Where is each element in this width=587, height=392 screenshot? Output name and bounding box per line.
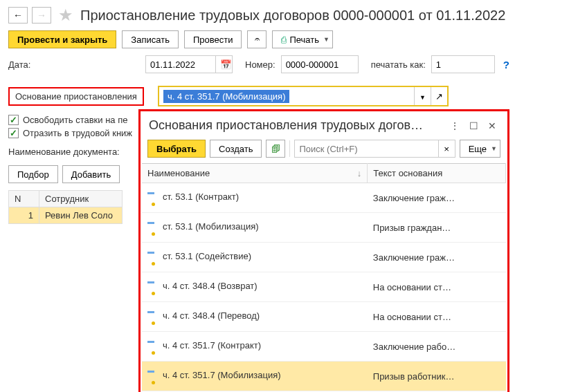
popup-cell-text: Призыв работник… [368,362,506,391]
print-icon: ⎙ [281,35,287,45]
nav-back-button[interactable]: ← [8,7,28,24]
popup-search-wrap: × [294,140,455,158]
popup-cell-text: На основании ст… [368,302,506,332]
popup-cell-name: ст. 53.1 (Мобилизация) [142,213,368,243]
copy-green-icon: 🗐 [271,144,280,154]
favorite-star-icon[interactable]: ★ [58,6,73,25]
cell-n: 1 [9,207,39,224]
ref-icon [147,336,159,357]
basis-selected-value: ч. 4 ст. 351.7 (Мобилизация) [159,87,414,105]
popup-more-label: Еще [469,144,487,154]
paperclip-icon: 𝄐 [255,34,260,45]
popup-row[interactable]: ст. 53.1 (Мобилизация)Призыв граждан… [142,213,506,243]
number-input-wrap [281,55,359,73]
popup-cell-text: На основании ст… [368,272,506,302]
main-toolbar: Провести и закрыть Записать Провести 𝄐 ⎙… [0,28,587,51]
popup-col-name[interactable]: Наименование ↓ [142,164,368,183]
popup-cell-name: ст. 53.1 (Содействие) [142,243,368,272]
popup-copy-button[interactable]: 🗐 [266,140,285,158]
print-as-input-wrap [431,55,495,73]
help-link[interactable]: ? [500,59,512,71]
check-free-rates-label: Освободить ставки на пе [23,115,127,125]
popup-cell-text: Заключение граж… [368,183,506,213]
ref-icon [147,306,159,327]
popup-cell-text: Призыв граждан… [368,213,506,243]
toolbar-separator [289,140,290,157]
chevron-down-icon: ▼ [323,36,329,43]
basis-row: Основание приостановления ч. 4 ст. 351.7… [0,77,587,111]
ref-icon [147,187,159,208]
pick-button[interactable]: Подбор [8,165,58,183]
basis-popup: Основания приостановления трудовых догов… [138,109,509,392]
basis-dropdown-button[interactable]: ▼ [414,87,431,105]
date-input[interactable] [146,56,215,73]
print-as-input[interactable] [432,56,494,73]
popup-toolbar: Выбрать Создать 🗐 × Еще ▼ [141,137,507,163]
popup-cell-name: ст. 53.1 (Контракт) [142,183,368,213]
basis-selected-pill: ч. 4 ст. 351.7 (Мобилизация) [163,90,290,103]
popup-cell-text: Заключение рабо… [368,332,506,362]
check-workbook-box[interactable]: ✓ [8,128,19,138]
chevron-down-icon: ▼ [419,94,426,101]
popup-more-button[interactable]: Еще ▼ [460,140,500,158]
cell-employee: Ревин Лев Соло [39,207,123,224]
date-number-row: Дата: 📅 Номер: печатать как: ? [0,51,587,77]
sort-down-icon: ↓ [357,168,362,178]
popup-row[interactable]: ч. 4 ст. 351.7 (Контракт)Заключение рабо… [142,332,506,362]
basis-field[interactable]: ч. 4 ст. 351.7 (Мобилизация) ▼ ↗ [158,86,449,106]
window-header: ← → ★ Приостановление трудовых договоров… [0,0,587,28]
popup-menu-icon[interactable]: ⋮ [450,120,460,131]
popup-maximize-icon[interactable]: ☐ [469,120,478,131]
calendar-button[interactable]: 📅 [215,56,232,73]
popup-title: Основания приостановления трудовых догов… [149,118,450,133]
nav-forward-button[interactable]: → [32,7,51,24]
print-button[interactable]: ⎙ Печать ▼ [272,30,333,48]
arrow-left-icon: ← [13,10,23,21]
docname-label: Наименование документа: [8,147,120,157]
employees-table: N Сотрудник 1Ревин Лев Соло [8,190,123,224]
popup-row[interactable]: ч. 4 ст. 348.4 (Возврат)На основании ст… [142,272,506,302]
post-and-close-button[interactable]: Провести и закрыть [8,30,116,48]
popup-cell-name: ч. 4 ст. 348.4 (Перевод) [142,302,368,332]
popup-search-clear[interactable]: × [438,140,455,157]
arrow-right-icon: → [37,10,46,21]
basis-open-button[interactable]: ↗ [431,87,447,105]
page-title: Приостановление трудовых договоров 0000-… [80,8,505,24]
check-free-rates-box[interactable]: ✓ [8,115,19,125]
number-input[interactable] [282,56,358,73]
col-employee[interactable]: Сотрудник [39,191,123,207]
popup-close-icon[interactable]: ✕ [488,120,496,131]
ref-icon [147,247,159,268]
popup-cell-name: ч. 4 ст. 348.4 (Возврат) [142,272,368,302]
post-button[interactable]: Провести [184,30,242,48]
print-as-label: печатать как: [371,59,426,70]
popup-col-name-label: Наименование [147,168,210,178]
chevron-down-icon: ▼ [491,145,497,152]
number-label: Номер: [245,59,276,70]
ref-icon [147,277,159,297]
popup-search-input[interactable] [295,140,437,157]
popup-cell-name: ч. 4 ст. 351.7 (Контракт) [142,332,368,362]
ref-icon [147,366,159,386]
check-workbook-label: Отразить в трудовой книж [23,128,132,138]
popup-row[interactable]: ст. 53.1 (Содействие)Заключение граж… [142,243,506,272]
print-label: Печать [289,35,319,45]
popup-col-text[interactable]: Текст основания [368,164,506,183]
popup-row[interactable]: ч. 4 ст. 348.4 (Перевод)На основании ст… [142,302,506,332]
popup-header: Основания приостановления трудовых догов… [141,111,507,137]
ref-icon [147,217,159,238]
add-button[interactable]: Добавить [62,165,120,183]
popup-row[interactable]: ч. 4 ст. 351.7 (Мобилизация)Призыв работ… [142,362,506,391]
popup-cell-name: ч. 4 ст. 351.7 (Мобилизация) [142,362,368,391]
table-row[interactable]: 1Ревин Лев Соло [9,207,123,224]
popup-cell-text: Заключение граж… [368,243,506,272]
popup-row[interactable]: ст. 53.1 (Контракт)Заключение граж… [142,183,506,213]
date-input-wrap: 📅 [145,55,233,73]
popup-create-button[interactable]: Создать [210,140,262,158]
col-n[interactable]: N [9,191,39,207]
open-ref-icon: ↗ [435,91,443,102]
popup-select-button[interactable]: Выбрать [147,140,206,158]
write-button[interactable]: Записать [122,30,179,48]
popup-controls: ⋮ ☐ ✕ [450,120,499,131]
attach-button[interactable]: 𝄐 [247,30,267,48]
